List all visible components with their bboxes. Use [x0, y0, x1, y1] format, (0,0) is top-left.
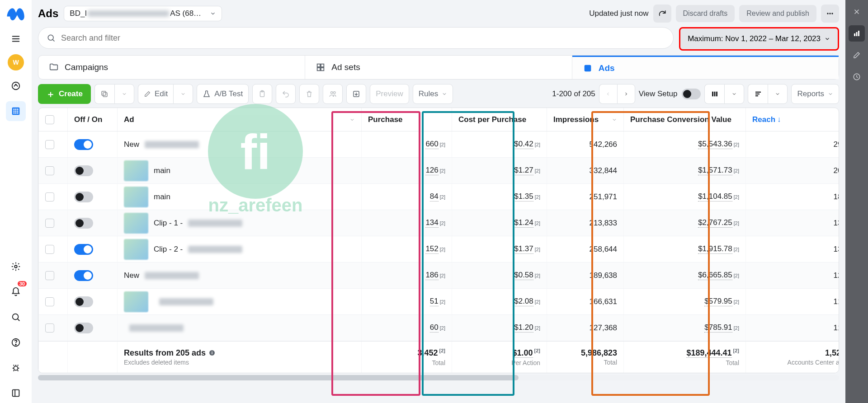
checkbox[interactable] — [45, 115, 54, 124]
meta-logo[interactable] — [6, 5, 25, 23]
col-purchase[interactable]: Purchase — [361, 108, 452, 131]
export-button[interactable] — [346, 84, 366, 104]
row-checkbox[interactable] — [45, 166, 54, 175]
history-panel-icon[interactable] — [849, 69, 865, 85]
search-nav-icon[interactable] — [6, 307, 26, 327]
discard-drafts-button[interactable]: Discard drafts — [676, 5, 735, 22]
row-checkbox[interactable] — [45, 271, 54, 280]
row-toggle[interactable] — [74, 244, 93, 255]
rules-button[interactable]: Rules — [413, 84, 453, 104]
date-range-selector[interactable]: Maximum: Nov 1, 2022 – Mar 12, 2023 — [679, 27, 839, 51]
collab-button[interactable] — [323, 84, 343, 104]
row-checkbox[interactable] — [45, 323, 54, 333]
view-setup-toggle[interactable]: View Setup — [639, 89, 701, 99]
ad-name-cell[interactable]: New — [124, 271, 199, 280]
page-title: Ads — [38, 7, 58, 20]
close-panel-icon[interactable] — [849, 4, 865, 20]
create-button[interactable]: ＋Create — [38, 84, 91, 104]
row-checkbox[interactable] — [45, 192, 54, 202]
row-checkbox[interactable] — [45, 245, 54, 254]
horizontal-scrollbar[interactable] — [38, 375, 839, 380]
row-checkbox[interactable] — [45, 140, 54, 149]
ad-name-cell[interactable]: Clip - 2 - — [124, 239, 242, 260]
panel-icon[interactable] — [6, 383, 26, 403]
table-row[interactable]: Clip - 2 - 152[2]$1.37[2]258,644$1,915.7… — [38, 236, 839, 262]
col-checkbox[interactable] — [38, 108, 67, 131]
bell-icon[interactable]: 30 — [6, 282, 26, 302]
search-input[interactable] — [61, 33, 665, 43]
ad-thumbnail — [124, 160, 148, 181]
row-toggle[interactable] — [74, 323, 93, 333]
edit-dropdown[interactable] — [173, 84, 193, 104]
tab-adsets[interactable]: Ad sets — [305, 56, 572, 79]
ad-name-cell[interactable] — [124, 324, 184, 332]
row-checkbox[interactable] — [45, 297, 54, 306]
row-toggle[interactable] — [74, 165, 93, 176]
row-checkbox[interactable] — [45, 219, 54, 228]
edit-button[interactable]: Edit — [138, 84, 173, 104]
bug-icon[interactable] — [6, 358, 26, 378]
clipboard-button[interactable] — [252, 84, 272, 104]
ads-grid-icon[interactable] — [6, 101, 26, 121]
table-row[interactable]: 51[2]$2.08[2]166,631$579.95[2]113,659 — [38, 289, 839, 315]
svg-rect-9 — [14, 112, 15, 114]
col-impressions[interactable]: Impressions — [547, 108, 623, 131]
gauge-icon[interactable] — [6, 76, 26, 96]
edit-panel-icon[interactable] — [849, 47, 865, 63]
table-row[interactable]: main126[2]$1.27[2]332,844$1,571.73[2]203… — [38, 158, 839, 184]
search-box[interactable] — [38, 27, 674, 49]
table-head: Off / On Ad Purchase Cost per Purchase I… — [38, 108, 839, 131]
breakdown-button[interactable] — [748, 84, 768, 104]
breakdown-dropdown[interactable] — [768, 84, 788, 104]
duplicate-dropdown[interactable] — [114, 84, 134, 104]
columns-button[interactable] — [704, 84, 724, 104]
row-toggle[interactable] — [74, 270, 93, 281]
columns-dropdown[interactable] — [724, 84, 744, 104]
ad-name-cell[interactable]: main — [124, 160, 170, 181]
undo-button[interactable] — [276, 84, 296, 104]
hamburger-menu-icon[interactable] — [6, 29, 26, 49]
delete-button[interactable] — [299, 84, 319, 104]
impressions-cell: 251,971 — [547, 184, 623, 210]
ad-name-cell[interactable]: main — [124, 187, 170, 207]
tab-campaigns[interactable]: Campaigns — [38, 56, 305, 79]
col-reach[interactable]: Reach↓ — [745, 108, 839, 131]
review-publish-button[interactable]: Review and publish — [739, 5, 816, 22]
col-ad[interactable]: Ad — [117, 108, 361, 131]
table-row[interactable]: New660[2]$0.42[2]542,266$5,543.36[2]297,… — [38, 131, 839, 158]
col-offon[interactable]: Off / On — [67, 108, 117, 131]
ad-name-cell[interactable]: New — [124, 140, 199, 149]
gear-icon[interactable] — [6, 257, 26, 276]
row-toggle[interactable] — [74, 139, 93, 150]
col-pcv[interactable]: Purchase Conversion Value — [623, 108, 745, 131]
col-cpp[interactable]: Cost per Purchase — [452, 108, 547, 131]
ad-name-cell[interactable] — [124, 291, 213, 312]
account-selector[interactable]: BD_I AS (68… — [64, 6, 222, 21]
row-toggle[interactable] — [74, 192, 93, 202]
table-row[interactable]: main84[2]$1.35[2]251,971$1,104.85[2]185,… — [38, 184, 839, 210]
reports-button[interactable]: Reports — [791, 84, 839, 104]
more-menu-button[interactable] — [821, 5, 839, 23]
switch-icon[interactable] — [682, 89, 701, 99]
svg-rect-6 — [14, 111, 15, 112]
ab-test-button[interactable]: A/B Test — [197, 84, 249, 104]
row-toggle[interactable] — [74, 218, 93, 229]
ad-name: main — [154, 192, 170, 202]
table-row[interactable]: New186[2]$0.58[2]189,638$6,665.85[2]126,… — [38, 262, 839, 289]
pcv-cell: $2,767.25[2] — [623, 210, 745, 236]
pager-next[interactable] — [617, 84, 635, 104]
chart-panel-icon[interactable] — [849, 25, 865, 42]
pager-prev[interactable] — [599, 84, 617, 104]
tab-ads[interactable]: Ads — [572, 56, 839, 79]
table-row[interactable]: 60[2]$1.20[2]127,368$785.91[2]111,874 — [38, 315, 839, 341]
table-row[interactable]: Clip - 1 - 134[2]$1.24[2]213,833$2,767.2… — [38, 210, 839, 236]
avatar-badge[interactable]: W — [8, 54, 24, 70]
duplicate-button[interactable] — [94, 84, 114, 104]
help-icon[interactable] — [6, 333, 26, 352]
row-toggle[interactable] — [74, 296, 93, 307]
preview-button[interactable]: Preview — [370, 84, 409, 104]
refresh-button[interactable] — [653, 5, 671, 23]
reach-cell: 185,409 — [745, 184, 839, 210]
date-range-label: Maximum: Nov 1, 2022 – Mar 12, 2023 — [688, 34, 821, 43]
ad-name-cell[interactable]: Clip - 1 - — [124, 213, 242, 234]
